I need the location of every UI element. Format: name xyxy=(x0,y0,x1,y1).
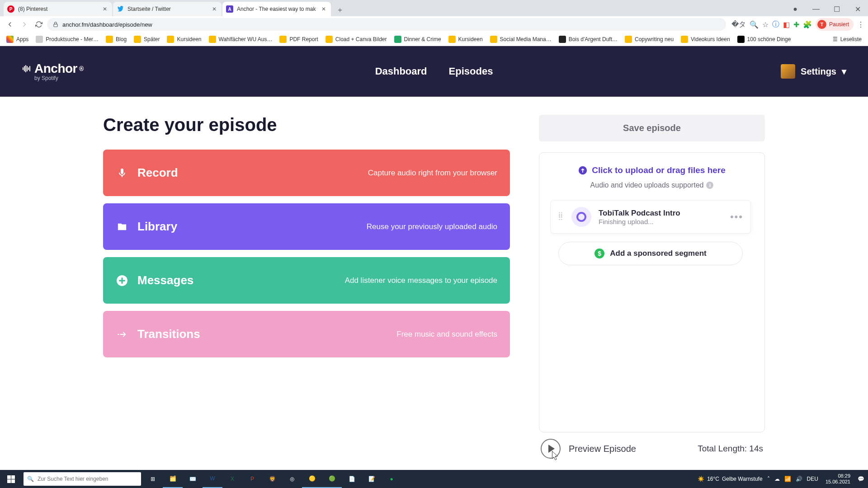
search-icon[interactable]: 🔍 xyxy=(750,20,759,29)
tab-anchor[interactable]: A Anchor - The easiest way to mak ✕ xyxy=(222,2,331,16)
volume-icon[interactable]: 🔊 xyxy=(796,476,802,482)
taskbar-search[interactable]: 🔍 Zur Suche Text hier eingeben xyxy=(24,472,141,486)
nav-episodes[interactable]: Episodes xyxy=(449,66,493,77)
clock[interactable]: 08:29 15.06.2021 xyxy=(823,473,853,485)
menu-icon[interactable]: ⋮ xyxy=(857,20,864,29)
card-record[interactable]: Record Capture audio right from your bro… xyxy=(103,150,510,196)
close-window-button[interactable]: ✕ xyxy=(847,2,868,16)
play-button[interactable] xyxy=(541,439,561,459)
tab-twitter[interactable]: Startseite / Twitter ✕ xyxy=(113,2,222,16)
bookmark-item[interactable]: Copywriting neu xyxy=(622,34,676,45)
card-title: Library xyxy=(137,220,177,234)
tab-title: Anchor - The easiest way to mak xyxy=(237,6,320,12)
card-library[interactable]: Library Reuse your previously uploaded a… xyxy=(103,203,510,250)
upload-link[interactable]: Click to upload or drag files here xyxy=(578,165,726,175)
anchor-wave-icon xyxy=(22,63,33,74)
pinterest-icon: P xyxy=(7,5,14,13)
settings-menu[interactable]: Settings ▾ xyxy=(781,64,846,79)
nav-dashboard[interactable]: Dashboard xyxy=(375,66,427,77)
notes-icon[interactable]: 📝 xyxy=(362,470,382,488)
bookmark-item[interactable]: 100 schöne Dinge xyxy=(735,34,794,45)
start-button[interactable] xyxy=(0,470,22,488)
bookmark-item[interactable]: Kursideen xyxy=(164,34,204,45)
bookmark-item[interactable]: Dinner & Crime xyxy=(392,34,444,45)
bookmark-item[interactable]: Cload + Canva Bilder xyxy=(323,34,390,45)
reading-list-button[interactable]: ☰Leseliste xyxy=(830,34,864,44)
extension-icon-3[interactable]: ✚ xyxy=(793,20,799,29)
bookmark-label: 100 schöne Dinge xyxy=(747,36,791,42)
segment-list[interactable]: ⠿⠿ TobiTalk Podcast Intro Finishing uplo… xyxy=(550,200,754,432)
card-messages[interactable]: Messages Add listener voice messages to … xyxy=(103,257,510,304)
drag-handle-icon[interactable]: ⠿⠿ xyxy=(558,214,564,220)
bookmark-item[interactable]: Produktsuche - Mer… xyxy=(33,34,101,45)
notifications-icon[interactable]: 💬 xyxy=(858,476,864,482)
bookmark-item[interactable]: Kursideen xyxy=(446,34,486,45)
bookmark-item[interactable]: Später xyxy=(131,34,162,45)
wifi-icon[interactable]: 📶 xyxy=(784,476,791,482)
profile-chip[interactable]: T Pausiert xyxy=(816,18,854,31)
list-icon: ☰ xyxy=(833,36,838,42)
mail-icon[interactable]: ✉️ xyxy=(183,470,203,488)
forward-button[interactable] xyxy=(18,18,31,31)
brave-icon[interactable]: 🦁 xyxy=(262,470,282,488)
lock-icon xyxy=(52,21,59,28)
bookmark-item[interactable]: Blog xyxy=(103,34,129,45)
back-button[interactable] xyxy=(4,18,16,31)
spotify-icon[interactable]: ● xyxy=(382,470,401,488)
obs-icon[interactable]: ◎ xyxy=(282,470,302,488)
anchor-logo[interactable]: Anchor® by Spotify xyxy=(22,61,84,81)
weather-widget[interactable]: ☀️ 16°C Gelbe Warnstufe xyxy=(698,476,762,482)
bookmark-item[interactable]: Wahlfächer WU Aus… xyxy=(206,34,275,45)
explorer-icon[interactable]: 🗂️ xyxy=(163,470,183,488)
folder-icon xyxy=(116,221,128,233)
star-icon[interactable]: ☆ xyxy=(762,20,769,29)
language-indicator[interactable]: DEU xyxy=(807,476,818,482)
info-icon[interactable]: i xyxy=(706,182,713,189)
apps-button[interactable]: Apps xyxy=(4,34,31,45)
add-sponsored-button[interactable]: $ Add a sponsored segment xyxy=(558,242,743,265)
bookmark-label: Dinner & Crime xyxy=(404,36,441,42)
close-icon[interactable]: ✕ xyxy=(320,5,327,13)
save-episode-button[interactable]: Save episode xyxy=(539,115,765,141)
tray-chevron-icon[interactable]: ˄ xyxy=(767,476,770,482)
card-transitions[interactable]: Transitions Free music and sound effects xyxy=(103,311,510,357)
onedrive-icon[interactable]: ☁ xyxy=(774,476,780,482)
bookmark-item[interactable]: PDF Report xyxy=(277,34,321,45)
translate-icon[interactable]: �タ xyxy=(731,20,746,29)
browser-chrome: P (8) Pinterest ✕ Startseite / Twitter ✕… xyxy=(0,0,868,46)
powerpoint-icon[interactable]: P xyxy=(242,470,262,488)
preview-row: Preview Episode Total Length: 14s xyxy=(539,432,765,459)
segment-more-icon[interactable]: ••• xyxy=(730,211,743,223)
task-view-icon[interactable]: ⊞ xyxy=(143,470,163,488)
bookmark-item[interactable]: Social Media Mana… xyxy=(487,34,554,45)
maximize-button[interactable]: ☐ xyxy=(826,2,847,16)
card-desc: Capture audio right from your browser xyxy=(368,169,497,178)
dollar-icon: $ xyxy=(594,249,604,258)
account-dot-icon[interactable]: ● xyxy=(785,2,806,16)
notepad-icon[interactable]: 📄 xyxy=(342,470,362,488)
reload-button[interactable] xyxy=(33,18,45,31)
app-header: Anchor® by Spotify Dashboard Episodes Se… xyxy=(0,46,868,97)
new-tab-button[interactable]: ＋ xyxy=(334,4,346,16)
bookmark-item[interactable]: Bois d'Argent Duft… xyxy=(556,34,620,45)
minimize-button[interactable]: — xyxy=(806,2,826,16)
word-icon[interactable]: W xyxy=(203,470,222,488)
chrome-icon[interactable]: 🟡 xyxy=(302,470,322,488)
close-icon[interactable]: ✕ xyxy=(211,5,218,13)
preview-label: Preview Episode xyxy=(569,444,636,454)
extensions-icon[interactable]: 🧩 xyxy=(803,20,812,29)
segment-item[interactable]: ⠿⠿ TobiTalk Podcast Intro Finishing uplo… xyxy=(550,200,751,234)
search-icon: 🔍 xyxy=(27,476,34,482)
bookmark-item[interactable]: Videokurs Ideen xyxy=(678,34,733,45)
excel-icon[interactable]: X xyxy=(222,470,242,488)
tab-pinterest[interactable]: P (8) Pinterest ✕ xyxy=(4,2,112,16)
left-column: Create your episode Record Capture audio… xyxy=(103,115,510,459)
settings-label: Settings xyxy=(801,66,836,77)
close-icon[interactable]: ✕ xyxy=(101,5,108,13)
extension-icon-2[interactable]: ◧ xyxy=(783,20,790,29)
total-length: Total Length: 14s xyxy=(698,444,763,454)
edge-icon[interactable]: 🟢 xyxy=(322,470,342,488)
omnibox[interactable]: anchor.fm/dashboard/episode/new xyxy=(47,18,726,31)
logo-text: Anchor xyxy=(34,61,77,76)
extension-icon-1[interactable]: ⓘ xyxy=(772,20,779,29)
